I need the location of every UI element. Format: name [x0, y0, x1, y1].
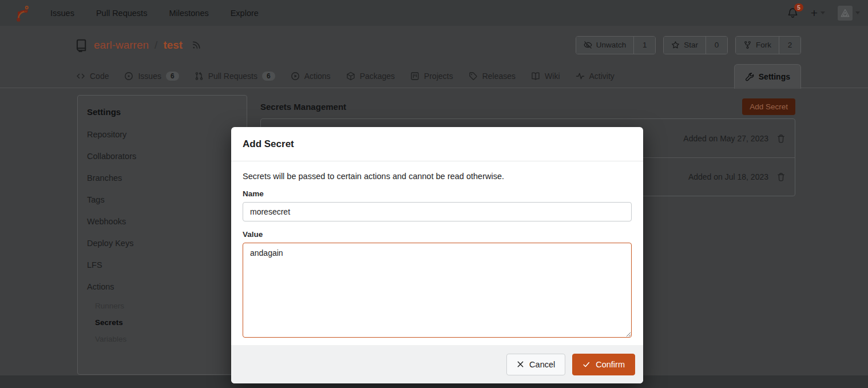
watchers-count[interactable]: 1 — [633, 37, 655, 54]
unwatch-button[interactable]: Unwatch — [576, 37, 634, 54]
repo-book-icon — [74, 38, 88, 52]
tag-icon — [469, 72, 478, 81]
top-navbar: Issues Pull Requests Milestones Explore … — [0, 0, 868, 26]
package-icon — [346, 72, 355, 81]
avatar — [838, 6, 853, 21]
repo-tabbar: Code Issues 6 Pull Requests 6 — [0, 64, 868, 88]
pulse-icon — [576, 72, 585, 81]
secrets-header: Secrets Management Add Secret — [260, 95, 795, 118]
eye-slash-icon — [584, 41, 592, 49]
star-button[interactable]: Star — [664, 37, 706, 54]
fork-icon — [743, 41, 752, 49]
issue-circle-icon — [124, 72, 133, 81]
star-button-group: Star 0 — [663, 36, 728, 54]
fork-button-group: Fork 2 — [735, 36, 801, 54]
tab-settings[interactable]: Settings — [734, 64, 801, 89]
tab-projects[interactable]: Projects — [410, 64, 453, 88]
sidebar-item-branches[interactable]: Branches — [78, 167, 247, 189]
repo-header: earl-warren / test — [0, 26, 868, 64]
x-icon — [517, 361, 524, 368]
delete-secret-button[interactable] — [776, 134, 786, 143]
tab-actions[interactable]: Actions — [291, 64, 331, 88]
tab-releases[interactable]: Releases — [469, 64, 516, 88]
forgejo-logo-icon[interactable] — [13, 5, 30, 22]
modal-description: Secrets will be passed to certain action… — [243, 172, 632, 181]
nav-issues-link[interactable]: Issues — [50, 9, 74, 18]
plus-icon: + — [811, 7, 818, 19]
navbar-right: 5 + — [787, 6, 860, 21]
code-icon — [76, 72, 85, 81]
sidebar-item-webhooks[interactable]: Webhooks — [78, 211, 247, 232]
tab-issues[interactable]: Issues 6 — [124, 64, 179, 88]
repo-title: earl-warren / test — [74, 38, 201, 52]
caret-down-icon — [855, 11, 860, 14]
cancel-button[interactable]: Cancel — [506, 354, 565, 375]
secret-value-textarea[interactable]: andagain — [243, 243, 632, 338]
confirm-button[interactable]: Confirm — [572, 354, 635, 375]
secret-name-input[interactable] — [243, 202, 632, 221]
notification-count-badge: 5 — [794, 3, 803, 11]
page-title: Secrets Management — [260, 102, 346, 112]
tab-activity[interactable]: Activity — [576, 64, 615, 88]
nav-milestones-link[interactable]: Milestones — [169, 9, 208, 18]
sidebar-item-tags[interactable]: Tags — [78, 189, 247, 211]
caret-down-icon — [821, 11, 825, 14]
delete-secret-button[interactable] — [776, 172, 786, 181]
project-icon — [410, 72, 419, 81]
value-field-label: Value — [243, 230, 632, 239]
play-circle-icon — [291, 72, 300, 81]
tab-packages[interactable]: Packages — [346, 64, 395, 88]
sidebar-item-runners[interactable]: Runners — [78, 298, 247, 314]
page: Issues Pull Requests Milestones Explore … — [0, 0, 868, 388]
repo-owner-link[interactable]: earl-warren — [94, 39, 149, 52]
book-icon — [531, 72, 540, 81]
fork-button[interactable]: Fork — [736, 37, 779, 54]
check-icon — [582, 361, 590, 369]
pull-requests-count-badge: 6 — [262, 72, 275, 81]
issues-count-badge: 6 — [166, 72, 179, 81]
watch-button-group: Unwatch 1 — [576, 36, 656, 54]
sidebar-item-actions[interactable]: Actions — [78, 276, 247, 298]
tab-pull-requests[interactable]: Pull Requests 6 — [195, 64, 275, 88]
modal-header: Add Secret — [231, 127, 643, 161]
rss-icon[interactable] — [192, 40, 201, 50]
nav-explore-link[interactable]: Explore — [231, 9, 259, 18]
tab-wiki[interactable]: Wiki — [531, 64, 560, 88]
create-new-button[interactable]: + — [811, 7, 825, 19]
modal-title: Add Secret — [243, 138, 294, 150]
pull-request-icon — [195, 72, 204, 81]
user-menu-button[interactable] — [838, 6, 860, 21]
secret-added-date: Added on May 27, 2023 — [683, 134, 768, 143]
name-field-label: Name — [243, 189, 632, 198]
modal-footer: Cancel Confirm — [231, 345, 643, 383]
navbar-links: Issues Pull Requests Milestones Explore — [50, 9, 259, 18]
nav-pull-requests-link[interactable]: Pull Requests — [96, 9, 147, 18]
sidebar-item-variables[interactable]: Variables — [78, 331, 247, 347]
sidebar-item-repository[interactable]: Repository — [78, 124, 247, 145]
add-secret-modal: Add Secret Secrets will be passed to cer… — [231, 127, 643, 383]
trash-icon — [776, 134, 786, 143]
repo-action-buttons: Unwatch 1 Star 0 — [576, 36, 801, 54]
sidebar-item-lfs[interactable]: LFS — [78, 254, 247, 276]
trash-icon — [776, 172, 786, 181]
tab-code[interactable]: Code — [76, 64, 109, 88]
forks-count[interactable]: 2 — [779, 37, 800, 54]
sidebar-item-collaborators[interactable]: Collaborators — [78, 145, 247, 167]
secret-added-date: Added on Jul 18, 2023 — [688, 172, 768, 181]
sidebar-item-deploy-keys[interactable]: Deploy Keys — [78, 232, 247, 254]
stars-count[interactable]: 0 — [706, 37, 727, 54]
sidebar-item-secrets[interactable]: Secrets — [78, 314, 247, 331]
wrench-icon — [745, 72, 754, 81]
repo-name-link[interactable]: test — [163, 39, 183, 52]
modal-body: Secrets will be passed to certain action… — [231, 161, 643, 340]
repo-separator: / — [154, 39, 157, 52]
settings-sidebar: Settings Repository Collaborators Branch… — [77, 95, 247, 375]
add-secret-button[interactable]: Add Secret — [742, 98, 795, 115]
notifications-button[interactable]: 5 — [787, 7, 798, 18]
star-icon — [671, 41, 680, 49]
sidebar-title: Settings — [78, 99, 247, 124]
